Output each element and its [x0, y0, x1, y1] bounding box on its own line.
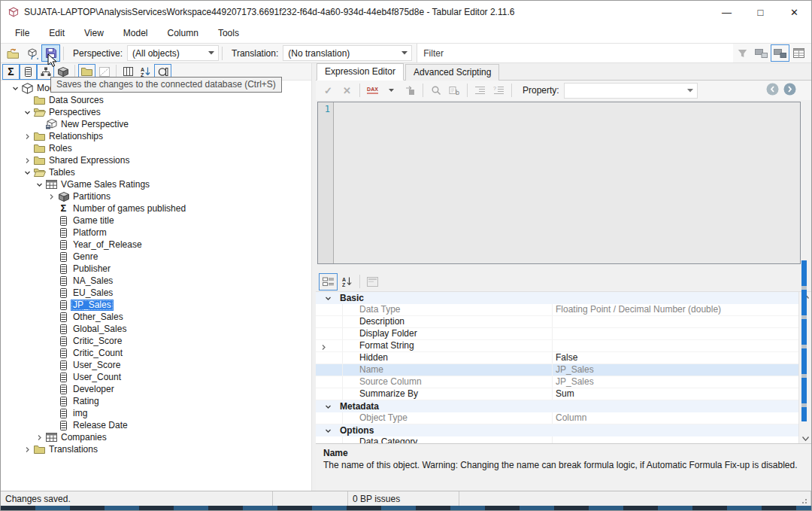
- property-value[interactable]: [553, 340, 798, 351]
- property-value[interactable]: JP_Sales: [553, 376, 798, 388]
- tree-item-label[interactable]: Relationships: [47, 131, 105, 142]
- open-model-button[interactable]: [4, 44, 23, 62]
- tab-advanced-scripting[interactable]: Advanced Scripting: [405, 64, 499, 81]
- collapsed-splitter[interactable]: [801, 260, 807, 421]
- perspective-combo[interactable]: (All objects): [127, 45, 219, 61]
- tree-item-label[interactable]: NA_Sales: [71, 275, 115, 287]
- rename-icon[interactable]: b: [445, 82, 464, 99]
- menu-edit[interactable]: Edit: [39, 25, 74, 41]
- property-value[interactable]: [553, 436, 798, 443]
- accept-icon[interactable]: ✓: [319, 82, 338, 99]
- expression-code-area[interactable]: 1: [317, 102, 801, 264]
- chevron-down-icon[interactable]: [10, 85, 20, 92]
- cancel-icon[interactable]: ✕: [338, 82, 356, 99]
- columns-toggle-button[interactable]: [20, 64, 37, 80]
- tree-item-label[interactable]: Critic_Count: [71, 348, 125, 359]
- chevron-down-icon[interactable]: [316, 403, 340, 410]
- property-name[interactable]: Data Category: [359, 436, 417, 443]
- tree-item-label[interactable]: Tables: [47, 167, 77, 178]
- dax-formatter-button[interactable]: DAX: [363, 82, 382, 99]
- chevron-right-icon[interactable]: [22, 157, 32, 164]
- property-name[interactable]: Format String: [359, 340, 414, 351]
- property-name[interactable]: Hidden: [359, 352, 388, 363]
- tree-item-label[interactable]: Number of games published: [71, 203, 188, 214]
- menu-model[interactable]: Model: [114, 25, 158, 41]
- chevron-down-icon[interactable]: [34, 181, 44, 188]
- tree-item-label[interactable]: Companies: [59, 432, 109, 443]
- tree-view-button[interactable]: [771, 44, 789, 62]
- tree-item-label[interactable]: Roles: [47, 143, 74, 154]
- tree-item-label[interactable]: Shared Expressions: [47, 155, 132, 166]
- property-name[interactable]: Data Type: [359, 304, 400, 315]
- chevron-down-icon[interactable]: [316, 295, 340, 302]
- tree-item-label[interactable]: Platform: [71, 227, 109, 239]
- tree-item-label[interactable]: Translations: [47, 444, 100, 455]
- tree-item-label[interactable]: Rating: [71, 396, 102, 407]
- menu-column[interactable]: Column: [158, 25, 208, 41]
- property-pages-button[interactable]: [363, 273, 382, 290]
- indent-icon[interactable]: [471, 82, 489, 99]
- dax-formatter-dropdown[interactable]: [382, 82, 401, 99]
- tree-item-label[interactable]: Critic_Score: [71, 336, 124, 347]
- chevron-right-icon[interactable]: [320, 342, 327, 351]
- tree-item-label[interactable]: User_Count: [71, 372, 123, 383]
- minimize-button[interactable]: —: [710, 1, 744, 23]
- chevron-down-icon[interactable]: [22, 169, 32, 176]
- property-name[interactable]: Source Column: [359, 376, 422, 387]
- outdent-icon[interactable]: ?: [489, 82, 508, 99]
- chevron-right-icon[interactable]: [46, 193, 56, 200]
- property-value[interactable]: JP_Sales: [553, 364, 798, 376]
- tree-item-label[interactable]: Game title: [71, 215, 117, 227]
- property-combo[interactable]: [564, 83, 698, 99]
- menu-file[interactable]: File: [5, 25, 39, 41]
- categorized-view-button[interactable]: [319, 273, 338, 290]
- insert-snippet-icon[interactable]: [401, 82, 420, 99]
- tree-item-label[interactable]: Release Date: [71, 420, 130, 431]
- tree-item-label[interactable]: Genre: [71, 251, 100, 263]
- flat-view-button[interactable]: [752, 44, 771, 62]
- tree-item-label[interactable]: Data Sources: [47, 95, 106, 106]
- tree-item-label[interactable]: EU_Sales: [71, 287, 115, 299]
- sort-az-view-button[interactable]: AZ: [338, 273, 356, 290]
- translation-combo[interactable]: (No translation): [283, 45, 412, 61]
- chevron-right-icon[interactable]: [34, 434, 44, 441]
- tree-item-label[interactable]: Global_Sales: [71, 324, 129, 335]
- forward-button[interactable]: [783, 83, 796, 98]
- property-name[interactable]: Summarize By: [359, 388, 418, 399]
- maximize-button[interactable]: □: [744, 1, 777, 23]
- property-value[interactable]: Column: [553, 412, 798, 424]
- chevron-down-icon[interactable]: [316, 427, 340, 434]
- property-value[interactable]: False: [553, 352, 798, 363]
- property-name[interactable]: Object Type: [359, 412, 408, 423]
- tree-item-label[interactable]: Partitions: [71, 191, 113, 202]
- menu-tools[interactable]: Tools: [208, 25, 249, 41]
- tree-item-label[interactable]: img: [71, 408, 89, 419]
- menu-view[interactable]: View: [74, 25, 114, 41]
- find-icon[interactable]: [426, 82, 445, 99]
- chevron-right-icon[interactable]: [22, 133, 32, 140]
- tree-item-label[interactable]: Year_of_Release: [71, 239, 144, 251]
- deploy-button[interactable]: [23, 44, 41, 62]
- measures-toggle-button[interactable]: Σ: [2, 64, 20, 80]
- tree-item-label[interactable]: Other_Sales: [71, 312, 126, 323]
- resize-grip[interactable]: [801, 497, 809, 504]
- tree-item-label[interactable]: JP_Sales: [71, 300, 114, 311]
- filter-input[interactable]: [417, 44, 733, 62]
- chevron-down-icon[interactable]: [22, 109, 32, 116]
- tree-item-label[interactable]: User_Score: [71, 360, 123, 371]
- property-value[interactable]: [553, 328, 798, 339]
- tree-item-label[interactable]: Perspectives: [47, 107, 103, 118]
- property-name[interactable]: Display Folder: [359, 328, 417, 339]
- tree-item-label[interactable]: Developer: [71, 384, 117, 395]
- tree-item-label[interactable]: New Perspective: [59, 119, 131, 130]
- close-button[interactable]: ✕: [777, 1, 811, 23]
- tree-item-label[interactable]: VGame Sales Ratings: [59, 179, 152, 190]
- tab-expression-editor[interactable]: Expression Editor: [317, 63, 404, 81]
- code-editor-body[interactable]: [334, 102, 800, 263]
- chevron-right-icon[interactable]: [22, 446, 32, 453]
- property-value[interactable]: Sum: [553, 388, 798, 400]
- property-name[interactable]: Name: [359, 364, 383, 375]
- property-value[interactable]: [553, 316, 798, 327]
- table-view-button[interactable]: [789, 44, 808, 62]
- tree-item-label[interactable]: Publisher: [71, 263, 113, 275]
